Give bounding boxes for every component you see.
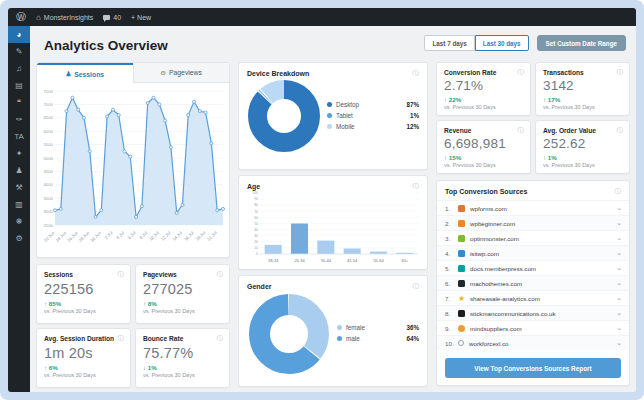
wp-admin-bar: Ⓦ ⌂ MonsterInsights 40 + New: [8, 8, 636, 26]
sidebar-item-users[interactable]: ♟: [8, 162, 30, 179]
conversion-source-row[interactable]: 6.machothemes.com⌄: [437, 275, 629, 290]
comments-menu[interactable]: 40: [103, 14, 121, 21]
svg-text:60: 60: [254, 216, 258, 220]
info-icon[interactable]: ⓘ: [518, 127, 525, 134]
chevron-down-icon[interactable]: ⌄: [616, 249, 622, 257]
sidebar-item-appearance[interactable]: ✑: [8, 111, 30, 128]
chevron-down-icon[interactable]: ⌄: [616, 204, 622, 212]
info-icon[interactable]: ⓘ: [217, 271, 224, 278]
info-icon[interactable]: ⓘ: [118, 271, 125, 278]
wp-admin-window: Ⓦ ⌂ MonsterInsights 40 + New ◕✎♫▤❝✑TA✦♟⚒…: [8, 8, 636, 392]
legend-value: 12%: [406, 123, 419, 130]
site-menu[interactable]: ⌂ MonsterInsights: [36, 13, 93, 22]
svg-text:10 Jul: 10 Jul: [148, 230, 160, 242]
svg-text:22 Jun: 22 Jun: [43, 230, 56, 243]
conversion-source-row[interactable]: 5.docs.memberpress.com⌄: [437, 260, 629, 275]
column-middle: Device Breakdownⓘ Desktop87%Tablet1%Mobi…: [238, 62, 428, 392]
tab-sessions-label: Sessions: [74, 71, 104, 78]
age-bar-chart: 010203040506070809010018-2425-3435-4445-…: [247, 190, 421, 264]
traffic-metrics-grid: Sessionsⓘ 225156 ↑ 85% vs. Previous 30 D…: [36, 264, 230, 388]
chevron-down-icon[interactable]: ⌄: [616, 339, 622, 347]
sidebar-item-media[interactable]: ♫: [8, 60, 30, 77]
sidebar-item-posts[interactable]: ✎: [8, 43, 30, 60]
metric-value: 225156: [44, 281, 124, 297]
last-30-days-button[interactable]: Last 30 days: [475, 35, 529, 51]
metric-value: 252.62: [543, 136, 623, 151]
sidebar-item-dashboard[interactable]: ◕: [8, 26, 30, 43]
gender-legend: female36%male64%: [337, 324, 419, 342]
info-icon[interactable]: ⓘ: [518, 69, 525, 76]
chevron-down-icon[interactable]: ⌄: [616, 294, 622, 302]
site-favicon: [458, 325, 465, 332]
chevron-down-icon[interactable]: ⌄: [616, 234, 622, 242]
source-domain: shareasale-analytics.com: [470, 295, 616, 302]
legend-value: 36%: [406, 324, 419, 331]
chevron-down-icon[interactable]: ⌄: [616, 264, 622, 272]
svg-text:7000: 7000: [43, 102, 53, 107]
tab-sessions[interactable]: ♟ Sessions: [37, 63, 133, 83]
svg-text:40: 40: [254, 228, 258, 232]
info-icon[interactable]: ⓘ: [615, 188, 622, 195]
change-value: 22%: [449, 96, 461, 103]
source-domain: workforcexl.co: [469, 340, 616, 347]
info-icon[interactable]: ⓘ: [617, 127, 624, 134]
site-favicon: [458, 340, 464, 346]
metric-card-avg-session-duration: Avg. Session Durationⓘ 1m 20s ↑ 6% vs. P…: [36, 328, 131, 388]
svg-text:21 Jul: 21 Jul: [206, 230, 218, 242]
sidebar-item-pages[interactable]: ▤: [8, 77, 30, 94]
source-domain: optinmonster.com: [470, 235, 616, 242]
sidebar-item-collapse-menu[interactable]: ⚙: [8, 230, 30, 247]
info-icon[interactable]: ⓘ: [413, 183, 420, 190]
tab-pageviews[interactable]: ⊙ Pageviews: [133, 63, 230, 83]
sidebar-item-settings[interactable]: ▥: [8, 196, 30, 213]
svg-text:18 Jul: 18 Jul: [195, 230, 207, 242]
svg-text:12 Jul: 12 Jul: [160, 230, 172, 242]
date-range-controls: Last 7 days Last 30 days Set Custom Date…: [424, 35, 626, 51]
info-icon[interactable]: ⓘ: [413, 70, 420, 77]
view-top-conversion-sources-report-button[interactable]: View Top Conversions Sources Report: [445, 358, 621, 378]
chevron-down-icon[interactable]: ⌄: [616, 219, 622, 227]
conversion-source-row[interactable]: 10.workforcexl.co⌄: [437, 335, 629, 350]
change-arrow-icon: ↑: [143, 300, 146, 307]
sidebar-item-monsterinsights[interactable]: ❋: [8, 213, 30, 230]
conversion-source-row[interactable]: 8.stickmancommunications.co.uk⌄: [437, 305, 629, 320]
info-icon[interactable]: ⓘ: [118, 335, 125, 342]
site-favicon: [458, 265, 465, 272]
metric-value: 1m 20s: [44, 345, 124, 361]
admin-sidebar: ◕✎♫▤❝✑TA✦♟⚒▥❋⚙: [8, 26, 30, 392]
conversion-source-row[interactable]: 2.wpbeginner.com⌄: [437, 215, 629, 230]
sessions-chart-card: ♟ Sessions ⊙ Pageviews 25003000350040004…: [36, 62, 230, 258]
conversion-source-row[interactable]: 1.wpforms.com⌄: [437, 200, 629, 215]
sidebar-item-analytics-ta[interactable]: TA: [8, 128, 30, 145]
metric-label: Revenue: [444, 127, 472, 134]
last-7-days-button[interactable]: Last 7 days: [424, 35, 474, 51]
svg-text:45-54: 45-54: [347, 258, 358, 263]
svg-text:2 Jul: 2 Jul: [104, 230, 114, 240]
legend-label: Mobile: [336, 123, 406, 130]
chevron-down-icon[interactable]: ⌄: [616, 309, 622, 317]
info-icon[interactable]: ⓘ: [217, 335, 224, 342]
info-icon[interactable]: ⓘ: [617, 69, 624, 76]
sidebar-item-tools[interactable]: ⚒: [8, 179, 30, 196]
comments-icon: ❝: [17, 99, 21, 107]
change-arrow-icon: ↑: [444, 154, 447, 161]
svg-text:25-34: 25-34: [294, 258, 305, 263]
card-title: Age: [247, 183, 260, 190]
info-icon[interactable]: ⓘ: [413, 283, 420, 290]
sidebar-item-plugins[interactable]: ✦: [8, 145, 30, 162]
chevron-down-icon[interactable]: ⌄: [616, 324, 622, 332]
conversion-source-row[interactable]: 7.★shareasale-analytics.com⌄: [437, 290, 629, 305]
legend-label: male: [346, 335, 406, 342]
site-favicon: [458, 310, 465, 317]
new-content-menu[interactable]: + New: [131, 14, 151, 21]
source-domain: isitwp.com: [470, 250, 616, 257]
conversion-source-row[interactable]: 4.isitwp.com⌄: [437, 245, 629, 260]
conversion-source-row[interactable]: 3.optinmonster.com⌄: [437, 230, 629, 245]
wordpress-logo-icon[interactable]: Ⓦ: [16, 12, 26, 22]
metric-label: Avg. Order Value: [543, 127, 596, 134]
sidebar-item-comments[interactable]: ❝: [8, 94, 30, 111]
conversion-source-row[interactable]: 9.mindsuppliers.com⌄: [437, 320, 629, 335]
set-custom-date-range-button[interactable]: Set Custom Date Range: [537, 35, 626, 51]
chevron-down-icon[interactable]: ⌄: [616, 279, 622, 287]
svg-text:2500: 2500: [43, 223, 53, 228]
